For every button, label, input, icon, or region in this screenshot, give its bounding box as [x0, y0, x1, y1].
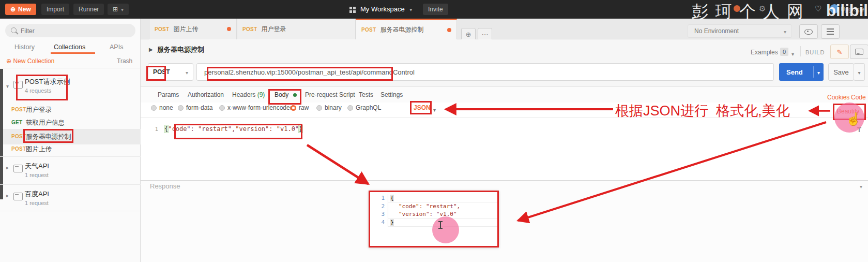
unsaved-dot: [447, 28, 451, 32]
tab-headers[interactable]: Headers (9): [232, 91, 265, 98]
method-badge: POST: [11, 146, 26, 152]
body-format-select[interactable]: JSON: [414, 104, 431, 111]
edit-mode-button[interactable]: ✎: [830, 45, 849, 59]
sidebar-tab-collections[interactable]: Collections: [54, 43, 85, 51]
cookies-link[interactable]: Cookies: [827, 94, 849, 101]
chevron-down-icon[interactable]: [791, 49, 794, 58]
collection-header[interactable]: ▸ 天气API 1 request: [4, 158, 141, 184]
comments-button[interactable]: [850, 45, 868, 59]
new-window-icon: ⊞: [113, 6, 118, 13]
chevron-down-icon[interactable]: [860, 181, 862, 191]
request-name: 图片上传: [26, 145, 52, 154]
divider: [0, 156, 141, 157]
save-button[interactable]: Save: [828, 63, 854, 81]
new-button[interactable]: ⊕ New: [5, 4, 36, 15]
open-tab-2[interactable]: POST 用户登录: [237, 19, 356, 39]
tab-params[interactable]: Params: [158, 91, 179, 98]
editor-code-line[interactable]: {"code": "restart","version": "v1.0"}: [164, 125, 302, 133]
filter-input[interactable]: [20, 25, 130, 37]
settings-gear-icon[interactable]: ⚙: [759, 4, 766, 13]
radio-binary[interactable]: [316, 105, 322, 111]
tab-prerequest-script[interactable]: Pre-request Script: [305, 91, 355, 98]
environment-quicklook-button[interactable]: [799, 24, 818, 39]
body-set-dot: [293, 93, 297, 97]
comment-icon: [855, 49, 863, 55]
heart-icon[interactable]: ♡: [815, 4, 821, 13]
radio-graphql-label: GraphQL: [356, 104, 381, 111]
method-badge: POST: [11, 134, 26, 139]
sliders-icon: [827, 28, 834, 30]
active-tab-underline: [51, 52, 95, 54]
method-badge: POST: [155, 26, 169, 32]
editor-scrollbar-thumb[interactable]: T: [857, 126, 861, 134]
filter-box[interactable]: [5, 24, 135, 37]
sidebar-tab-apis[interactable]: APIs: [110, 43, 123, 51]
chevron-right-icon[interactable]: ▶: [149, 47, 153, 52]
radio-form-data-label: form-data: [186, 104, 212, 111]
collection-name: 百度API: [25, 190, 49, 199]
new-button-label: New: [18, 6, 31, 13]
collection-header[interactable]: ▸ 百度API 1 request: [4, 185, 141, 211]
chevron-down-icon[interactable]: [433, 105, 436, 114]
request-item[interactable]: POST 用户登录: [3, 103, 141, 117]
chevron-down-icon[interactable]: [817, 67, 820, 77]
environment-settings-button[interactable]: [821, 24, 840, 39]
tab-authorization[interactable]: Authorization: [188, 91, 224, 98]
radio-raw-selected[interactable]: [291, 105, 296, 111]
postman-app-window: ⊕ New Import Runner ⊞ My Workspace Invit…: [0, 0, 868, 262]
radio-none[interactable]: [151, 105, 157, 111]
open-tab-3-active[interactable]: POST 服务器电源控制: [356, 19, 457, 39]
editor-line-number: 1: [149, 126, 158, 133]
trash-button[interactable]: Trash: [117, 57, 132, 65]
chevron-down-icon: [784, 26, 786, 36]
new-collection-button[interactable]: ⊕ New Collection: [6, 57, 54, 65]
radio-form-data[interactable]: [178, 105, 184, 111]
chevron-right-icon: ▸: [6, 165, 9, 170]
collection-count: 1 request: [25, 172, 49, 178]
ellipsis-icon: ⋯: [482, 31, 489, 38]
avatar[interactable]: [830, 4, 839, 13]
radio-none-label: none: [159, 104, 173, 111]
tab-settings[interactable]: Settings: [380, 91, 403, 98]
new-tab-button[interactable]: ⊕: [461, 28, 476, 40]
tab-options-button[interactable]: ⋯: [478, 28, 492, 40]
save-options-button[interactable]: [854, 63, 865, 81]
import-button[interactable]: Import: [41, 4, 69, 15]
radio-graphql[interactable]: [347, 105, 353, 111]
response-label: Response: [150, 182, 180, 190]
code-link[interactable]: Code: [851, 94, 866, 101]
import-button-label: Import: [47, 6, 64, 13]
pencil-icon: ✎: [837, 48, 843, 56]
radio-binary-label: binary: [325, 104, 342, 111]
runner-button[interactable]: Runner: [73, 4, 104, 15]
divider: [800, 46, 801, 56]
tab-headers-label: Headers: [232, 91, 255, 98]
request-item[interactable]: GET 获取用户信息: [3, 116, 141, 129]
plus-circle-icon: ⊕: [6, 57, 13, 65]
divider: [0, 211, 141, 211]
radio-urlencoded[interactable]: [219, 105, 225, 111]
notification-dot: [734, 5, 740, 12]
request-item[interactable]: POST 图片上传: [3, 142, 141, 156]
invite-button[interactable]: Invite: [423, 4, 448, 15]
environment-selected: No Environment: [694, 27, 739, 35]
chevron-right-icon: ▸: [6, 193, 9, 198]
url-input[interactable]: personal2.shenzhuo.vip:15000/postman_api…: [196, 63, 774, 81]
send-button-label: Send: [786, 68, 803, 76]
environment-selector[interactable]: No Environment: [688, 24, 792, 38]
tab-body-active[interactable]: Body: [275, 91, 297, 98]
tab-title: 服务器电源控制: [380, 25, 423, 34]
collection-header[interactable]: POST请求示例 4 requests: [4, 72, 141, 101]
tab-tests[interactable]: Tests: [359, 91, 373, 98]
workspace-switcher[interactable]: My Workspace: [360, 5, 412, 13]
divider: [813, 66, 814, 78]
new-window-button[interactable]: ⊞: [108, 4, 129, 15]
eye-icon: [804, 29, 813, 35]
examples-dropdown[interactable]: Examples: [751, 49, 778, 56]
method-select[interactable]: POST: [148, 63, 193, 81]
open-tab-1[interactable]: POST 图片上传: [149, 19, 237, 39]
plus-icon: ⊕: [466, 31, 471, 38]
send-button[interactable]: Send: [779, 63, 824, 81]
sidebar-tab-history[interactable]: History: [14, 43, 35, 51]
chevron-down-icon: [121, 6, 124, 13]
